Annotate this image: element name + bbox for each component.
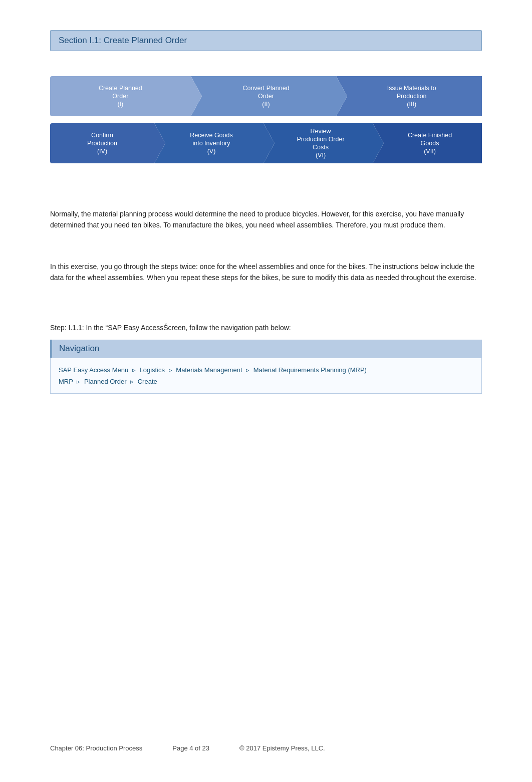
nav-item-2: Logistics (139, 366, 165, 374)
nav-item-4: Material Requirements Planning (MRP) (253, 366, 367, 374)
section-title: Section I.1: Create Planned Order (59, 36, 187, 45)
step-IV: ConfirmProduction(IV) (50, 123, 154, 163)
nav-arrow-5: ▹ (77, 378, 80, 385)
step-V: Receive Goodsinto Inventory(V) (154, 123, 263, 163)
page-wrapper: Section I.1: Create Planned Order Create… (0, 0, 532, 782)
step-V-label: Receive Goodsinto Inventory(V) (190, 131, 232, 156)
navigation-path-box: SAP Easy Access Menu ▹ Logistics ▹ Mater… (50, 358, 482, 394)
nav-arrow-2: ▹ (169, 366, 172, 374)
flow-row-1: Create PlannedOrder(I) Convert PlannedOr… (50, 76, 482, 116)
nav-item-3: Materials Management (176, 366, 242, 374)
paragraph-1: Normally, the material planning process … (50, 208, 482, 231)
nav-arrow-1: ▹ (132, 366, 136, 374)
step-VII-label: Create FinishedGoods(VII) (408, 131, 452, 156)
step-VII: Create FinishedGoods(VII) (373, 123, 482, 163)
flow-row-2: ConfirmProduction(IV) Receive Goodsinto … (50, 123, 482, 163)
footer-chapter: Chapter 06: Production Process (50, 744, 142, 752)
process-flow-diagram: Create PlannedOrder(I) Convert PlannedOr… (50, 66, 482, 180)
step-VI: ReviewProduction OrderCosts(VI) (263, 123, 373, 163)
navigation-header-title: Navigation (59, 344, 99, 353)
nav-arrow-6: ▹ (130, 378, 134, 385)
navigation-section: Navigation SAP Easy Access Menu ▹ Logist… (50, 340, 482, 394)
step-III: Issue Materials toProduction(III) (336, 76, 482, 116)
nav-item-7: Create (138, 378, 157, 385)
step-VI-label: ReviewProduction OrderCosts(VI) (297, 127, 344, 160)
step-III-label: Issue Materials toProduction(III) (387, 84, 436, 109)
footer-copyright: © 2017 Epistemy Press, LLC. (239, 744, 325, 752)
section-header: Section I.1: Create Planned Order (50, 30, 482, 51)
navigation-path: SAP Easy Access Menu ▹ Logistics ▹ Mater… (59, 364, 473, 388)
step-II-label: Convert PlannedOrder(II) (242, 84, 289, 109)
nav-item-5: MRP (59, 378, 73, 385)
step-I: Create PlannedOrder(I) (50, 76, 191, 116)
step-instruction: Step: I.1.1: In the “SAP Easy AccessŠcre… (50, 324, 482, 332)
nav-item-1: SAP Easy Access Menu (59, 366, 128, 374)
footer-page: Page 4 of 23 (172, 744, 209, 752)
step-II: Convert PlannedOrder(II) (191, 76, 337, 116)
nav-arrow-3: ▹ (246, 366, 249, 374)
nav-item-6: Planned Order (84, 378, 127, 385)
navigation-header: Navigation (50, 340, 482, 358)
page-footer: Chapter 06: Production Process Page 4 of… (50, 744, 482, 752)
paragraph-2: In this exercise, you go through the ste… (50, 261, 482, 284)
step-I-label: Create PlannedOrder(I) (99, 84, 142, 109)
step-IV-label: ConfirmProduction(IV) (87, 131, 117, 156)
